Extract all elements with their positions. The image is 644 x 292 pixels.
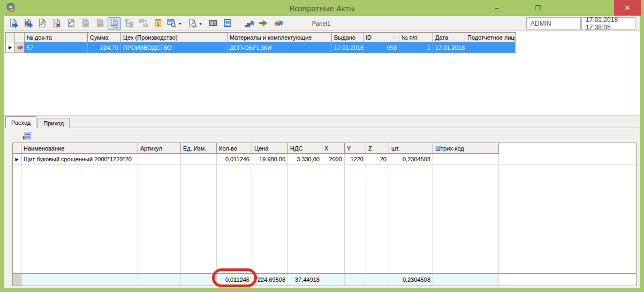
cell: 0,011246 bbox=[217, 154, 252, 164]
arrows-swap-icon bbox=[273, 18, 283, 29]
column-header-label: Материалы и комплектующие bbox=[230, 34, 312, 41]
panel-label: Panel1 bbox=[312, 16, 330, 31]
notes-button[interactable]: 5 bbox=[151, 17, 164, 30]
column-header[interactable]: Штрих-код bbox=[433, 143, 499, 154]
column-header[interactable]: Цена bbox=[252, 143, 288, 154]
move-rows-button bbox=[137, 17, 150, 30]
svg-text:5: 5 bbox=[156, 21, 160, 27]
summary-cell bbox=[21, 274, 138, 286]
column-header[interactable]: № док-та bbox=[25, 33, 88, 42]
column-header[interactable]: Сумма bbox=[88, 33, 121, 42]
column-header[interactable]: Выдано bbox=[332, 33, 363, 42]
report-button[interactable] bbox=[221, 17, 234, 30]
column-header[interactable]: Ед. Изм. bbox=[181, 143, 217, 154]
column-header-label: Y bbox=[347, 145, 351, 152]
cell: 224,70 bbox=[88, 42, 121, 53]
column-header-blank[interactable] bbox=[15, 33, 25, 42]
column-header[interactable]: Материалы и комплектующие bbox=[228, 33, 332, 42]
cell: 958 bbox=[363, 42, 399, 53]
report-icon bbox=[223, 18, 232, 29]
column-header[interactable]: ID△ bbox=[363, 33, 399, 42]
summary-marker bbox=[13, 274, 21, 286]
cell: 17.01.2018 bbox=[433, 42, 465, 53]
column-header-label: Артикул bbox=[140, 145, 162, 152]
sign-document-button[interactable] bbox=[64, 17, 78, 30]
item-row[interactable]: ▶Щит буковый срощенный 2000*1220*200,011… bbox=[13, 154, 636, 165]
insert-rows-button[interactable] bbox=[20, 130, 32, 141]
barcode-icon bbox=[208, 18, 218, 29]
column-header-label: № п/п bbox=[401, 34, 418, 41]
column-header[interactable]: Наименование bbox=[21, 143, 138, 154]
exchange-button[interactable] bbox=[271, 17, 284, 30]
doc-add-icon bbox=[9, 18, 18, 29]
toolbar-buttons: 5▼▼ bbox=[6, 17, 285, 31]
column-header[interactable]: Кол-во bbox=[217, 143, 252, 154]
column-header-label: Кол-во bbox=[219, 145, 237, 152]
column-header[interactable]: шт. bbox=[389, 143, 433, 154]
grid-empty-area bbox=[13, 165, 636, 273]
tab-active[interactable]: Расход bbox=[5, 116, 36, 128]
column-header-label: Наименование bbox=[24, 145, 64, 152]
title-bar: Возвратные Акты – ❒ ✕ bbox=[0, 0, 644, 16]
column-header-label: Ед. Изм. bbox=[183, 145, 206, 152]
column-header[interactable]: Дата bbox=[433, 33, 465, 42]
copy-rows-button[interactable] bbox=[108, 17, 121, 30]
process-button[interactable] bbox=[256, 17, 270, 30]
cell: Щит буковый срощенный 2000*1220*20 bbox=[21, 154, 138, 164]
sort-ascending-icon: △ bbox=[393, 35, 397, 40]
document-row[interactable]: ▶57224,70ПРОИЗВОДСТВОДСП-ОБРЕЗКИ17.01.20… bbox=[6, 42, 516, 53]
cell bbox=[465, 42, 516, 53]
column-header[interactable]: Артикул bbox=[138, 143, 181, 154]
tree-view-button bbox=[122, 17, 135, 30]
summary-cell: 37,44918 bbox=[288, 274, 322, 286]
find-document-button[interactable]: ▼ bbox=[186, 17, 205, 30]
column-header-blank[interactable] bbox=[6, 33, 15, 42]
edit-document-button[interactable] bbox=[35, 17, 49, 30]
column-header[interactable]: Z bbox=[366, 143, 389, 154]
column-header[interactable]: № п/п bbox=[399, 33, 433, 42]
red-highlight-ellipse bbox=[212, 268, 257, 287]
column-header-label: № док-та bbox=[27, 34, 52, 41]
preview-button[interactable]: ▼ bbox=[165, 17, 185, 30]
column-header[interactable]: X bbox=[322, 143, 345, 154]
column-header-label: Штрих-код bbox=[435, 145, 464, 152]
column-header[interactable]: НДС bbox=[288, 143, 322, 154]
cell: 1220 bbox=[345, 154, 366, 164]
cell: 57 bbox=[25, 42, 88, 53]
maximize-button[interactable]: ❒ bbox=[525, 0, 551, 16]
summary-cell bbox=[322, 274, 345, 286]
close-button[interactable]: ✕ bbox=[614, 0, 641, 16]
column-header[interactable]: Подотчетное лицо bbox=[465, 33, 516, 42]
column-header[interactable]: Цех (Производство) bbox=[121, 33, 228, 42]
row-state-swap-icon bbox=[15, 42, 25, 53]
cell bbox=[433, 154, 499, 164]
tree-icon bbox=[124, 18, 134, 29]
cell: 19 980,00 bbox=[252, 154, 288, 164]
summary-row: 0,011246224,6950837,449180,2304508 bbox=[13, 273, 636, 286]
column-header-blank[interactable] bbox=[13, 143, 21, 154]
column-header[interactable]: Y bbox=[345, 143, 366, 154]
column-header-label: Подотчетное лицо bbox=[467, 34, 516, 41]
column-header-label: Сумма bbox=[90, 34, 109, 41]
chevron-down-icon[interactable]: ▼ bbox=[178, 22, 182, 26]
tab-inactive[interactable]: Приход bbox=[37, 118, 70, 128]
summary-row-filler bbox=[499, 274, 636, 286]
copy-pages-icon bbox=[110, 18, 119, 29]
documents-grid-area: № док-таСуммаЦех (Производство)Материалы… bbox=[4, 32, 640, 115]
cell: ПРОИЗВОДСТВО bbox=[121, 42, 228, 53]
notepad-icon: 5 bbox=[153, 18, 163, 29]
copy-document-button[interactable] bbox=[21, 17, 34, 30]
transfer-button[interactable] bbox=[242, 17, 255, 30]
row-marker-icon: ▶ bbox=[13, 154, 21, 164]
minimize-button[interactable]: – bbox=[483, 0, 510, 16]
chevron-down-icon[interactable]: ▼ bbox=[199, 22, 202, 26]
documents-grid: № док-таСуммаЦех (Производство)Материалы… bbox=[5, 32, 516, 53]
row-marker-icon: ▶ bbox=[6, 42, 15, 53]
unpost-document-button bbox=[93, 17, 107, 30]
summary-cell: 0,2304508 bbox=[389, 274, 433, 286]
doc-edit-icon bbox=[37, 18, 47, 29]
delete-document-button[interactable] bbox=[50, 17, 63, 30]
summary-cell: 224,69508 bbox=[252, 274, 288, 286]
barcode-button[interactable] bbox=[206, 17, 219, 30]
add-document-button[interactable] bbox=[6, 17, 20, 30]
